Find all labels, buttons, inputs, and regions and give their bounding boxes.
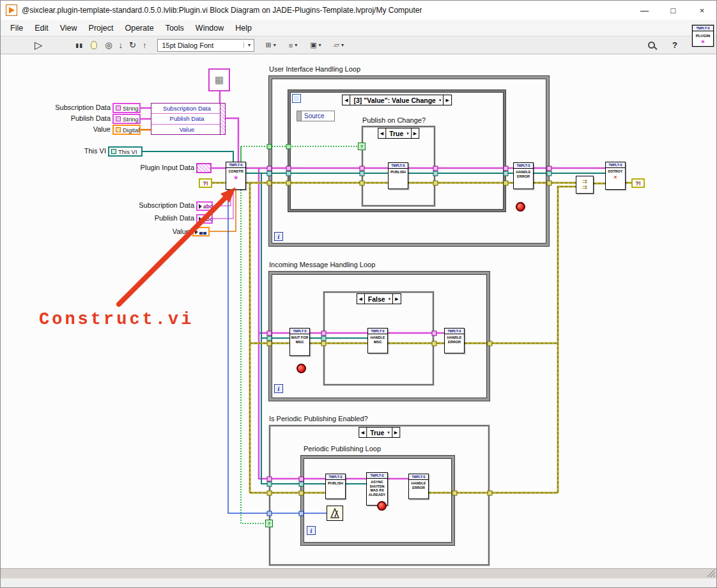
iteration-terminal[interactable]: i: [307, 526, 316, 535]
case-prev-arrow-icon[interactable]: ◀: [359, 428, 367, 437]
node-banner: TMPLT-S: [514, 163, 533, 169]
case-selector-terminal[interactable]: ?: [265, 520, 273, 527]
node-name: HANDLE ERROR: [445, 334, 464, 344]
handle-msg-node[interactable]: TMPLT-S HANDLE MSG: [367, 328, 388, 353]
distribute-objects-dropdown[interactable]: ≡ ▾: [287, 40, 299, 50]
error-out-constant[interactable]: ? !: [631, 178, 645, 188]
case-selector-terminal[interactable]: ?: [358, 143, 366, 150]
terminal-type-text: String: [123, 116, 139, 123]
event-next-arrow-icon[interactable]: ▶: [443, 95, 451, 105]
retain-wire-values-button[interactable]: ◎: [102, 40, 115, 50]
wait-ms-multiple-node[interactable]: [327, 506, 343, 521]
node-banner: TMPLT-S: [290, 329, 309, 334]
cluster-constant-icon: ▦: [215, 74, 224, 86]
async-shutdown-node[interactable]: TMPLT-S ASYNC SHUTDN WAS RX ALREADY: [366, 472, 388, 506]
case-next-arrow-icon[interactable]: ▶: [411, 128, 419, 138]
constructor-node[interactable]: TMPLT-S CONSTR ∗: [226, 162, 246, 190]
plugin-input-data-terminal[interactable]: [196, 163, 212, 173]
vi-icon[interactable]: TMPLT-S PLUGIN ∗: [692, 25, 714, 47]
case-prev-arrow-icon[interactable]: ◀: [378, 128, 386, 138]
titlebar: @sixclear.plugin-template-standard.0.5.0…: [1, 1, 716, 20]
event-prev-arrow-icon[interactable]: ◀: [343, 95, 350, 105]
subscription-data-terminal[interactable]: String: [112, 103, 141, 113]
dropdown-arrow-icon[interactable]: ▾: [243, 42, 254, 48]
menu-tools[interactable]: Tools: [160, 21, 190, 35]
minimize-button[interactable]: —: [630, 1, 659, 20]
case-next-arrow-icon[interactable]: ▶: [392, 294, 400, 304]
bundle-row[interactable]: Publish Data: [151, 114, 220, 124]
terminal-type-text: Digital: [123, 127, 139, 134]
event-data-node[interactable]: Source: [297, 111, 335, 121]
reorder-objects-dropdown[interactable]: ▱ ▾: [332, 40, 346, 50]
case-next-arrow-icon[interactable]: ▶: [392, 428, 399, 437]
bundle-row[interactable]: Subscription Data: [151, 104, 220, 114]
bundle-cluster-strip: [220, 104, 225, 134]
node-banner: TMPLT-S: [389, 163, 408, 169]
stop-button-terminal[interactable]: [297, 364, 306, 373]
node-name: HANDLE ERROR: [409, 480, 428, 490]
menu-help[interactable]: Help: [229, 21, 258, 35]
node-name: HANDLE MSG: [368, 334, 387, 344]
wait-for-msg-node[interactable]: TMPLT-S WAIT FOR MSG: [289, 328, 310, 356]
close-button[interactable]: ×: [688, 1, 716, 20]
maximize-button[interactable]: □: [659, 1, 688, 20]
menu-file[interactable]: File: [4, 21, 29, 35]
resize-objects-dropdown[interactable]: ▣ ▾: [308, 40, 323, 50]
ui-loop-title: User Interface Handling Loop: [269, 65, 360, 73]
handle-error-node-msg[interactable]: TMPLT-S HANDLE ERROR: [444, 328, 465, 353]
node-name: PUBLISH: [326, 480, 345, 486]
step-over-button[interactable]: ↻: [126, 40, 139, 50]
publish-node-periodic[interactable]: TMPLT-S PUBLISH: [325, 474, 346, 499]
plugin-data-typedef-constant[interactable]: ▦: [208, 68, 230, 91]
publish-data-indicator[interactable]: abc: [196, 214, 213, 224]
handle-error-node-periodic[interactable]: TMPLT-S HANDLE ERROR: [408, 474, 429, 499]
step-into-button[interactable]: ↓: [116, 40, 127, 50]
publish-case-selector[interactable]: ◀ True ▾ ▶: [378, 128, 419, 139]
window-title: @sixclear.plugin-template-standard.0.5.0…: [22, 6, 422, 15]
message-case-selector[interactable]: ◀ False ▾ ▶: [356, 293, 401, 304]
case-prev-arrow-icon[interactable]: ◀: [357, 294, 364, 304]
merge-errors-node[interactable]: ⇉ ⇉: [576, 176, 594, 194]
bundle-by-name-node[interactable]: Subscription Data Publish Data Value: [151, 103, 226, 135]
error-in-constant[interactable]: ? !: [199, 178, 212, 188]
menu-window[interactable]: Window: [190, 21, 229, 35]
handle-error-node-ui[interactable]: TMPLT-S HANDLE ERROR: [513, 162, 534, 189]
menu-edit[interactable]: Edit: [29, 21, 54, 35]
value-label: Value: [39, 125, 111, 133]
destroy-node[interactable]: TMPLT-S DSTROY ×: [605, 162, 626, 190]
menu-view[interactable]: View: [54, 21, 83, 35]
resize-grip[interactable]: [707, 569, 715, 577]
bundle-row[interactable]: Value: [151, 125, 220, 134]
block-diagram[interactable]: ◀ [3] "Value": Value Change ▾ ▶ Source ◀…: [1, 54, 716, 578]
publish-data-terminal[interactable]: String: [112, 114, 141, 124]
menu-operate[interactable]: Operate: [119, 21, 159, 35]
highlight-execution-icon[interactable]: [91, 41, 97, 49]
destroy-x-icon: ×: [606, 174, 625, 181]
value-terminal[interactable]: Digital: [112, 125, 141, 135]
run-button[interactable]: ▷: [31, 38, 45, 52]
iteration-terminal[interactable]: i: [274, 384, 283, 393]
stop-button-terminal[interactable]: [516, 202, 525, 212]
stop-button-terminal[interactable]: [377, 501, 387, 511]
pause-button[interactable]: ▮▮: [72, 42, 86, 49]
search-icon[interactable]: [648, 42, 655, 49]
align-objects-dropdown[interactable]: ⊞ ▾: [263, 40, 277, 50]
subscription-data-indicator[interactable]: abc: [196, 201, 213, 211]
publish-node-ui[interactable]: TMPLT-S PUBLISH: [388, 162, 408, 189]
node-banner: TMPLT-S: [326, 474, 345, 480]
help-button[interactable]: ?: [669, 40, 681, 50]
string-type-chip: [116, 105, 121, 111]
menu-project[interactable]: Project: [83, 21, 120, 35]
node-banner: TMPLT-S: [226, 162, 245, 168]
waveform-wire-thin[interactable]: [210, 190, 236, 231]
value-indicator[interactable]: ▄▄: [192, 227, 210, 236]
periodic-case-selector[interactable]: ◀ True ▾ ▶: [358, 427, 400, 438]
this-vi-terminal[interactable]: This VI: [108, 146, 143, 157]
step-out-button[interactable]: ↑: [139, 40, 150, 50]
iteration-terminal[interactable]: i: [274, 232, 283, 241]
event-data-source-label: Source: [302, 111, 327, 121]
string-type-chip: [116, 116, 121, 121]
string-wire[interactable]: [213, 190, 233, 219]
font-selector[interactable]: 15pt Dialog Font ▾: [157, 39, 254, 52]
event-selector[interactable]: ◀ [3] "Value": Value Change ▾ ▶: [342, 95, 452, 105]
